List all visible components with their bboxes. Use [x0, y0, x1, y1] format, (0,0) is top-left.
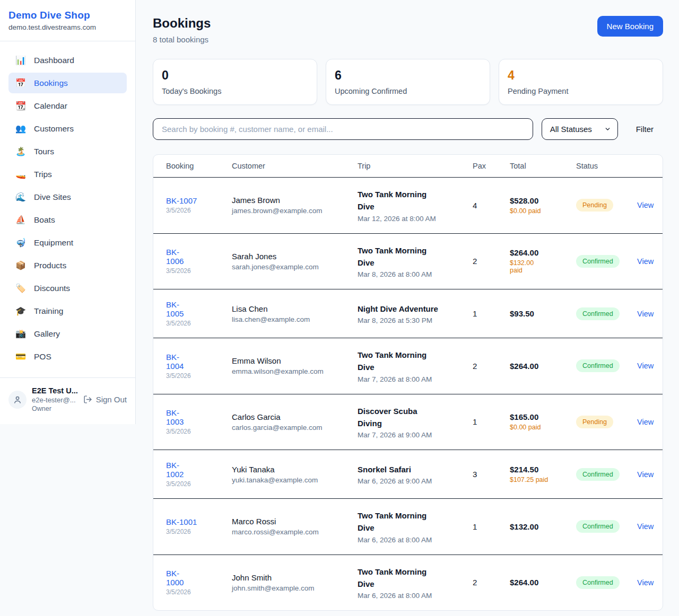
sign-out-label: Sign Out	[96, 395, 127, 404]
view-link[interactable]: View	[637, 257, 654, 266]
total-amount: $528.00	[510, 196, 563, 205]
trip-name: Two Tank Morning Dive	[358, 566, 460, 591]
search-input[interactable]	[153, 118, 533, 140]
customer-email: john.smith@example.com	[232, 584, 345, 592]
shop-name: Demo Dive Shop	[8, 10, 127, 21]
booking-id-link[interactable]: BK- 1000	[166, 569, 219, 587]
user-email: e2e-tester@...	[32, 396, 78, 404]
total-amount: $93.50	[510, 309, 563, 318]
sidebar-item-trips[interactable]: 🚤Trips	[8, 164, 127, 184]
customer-name: Marco Rossi	[232, 517, 345, 526]
customers-icon: 👥	[15, 124, 27, 134]
view-link[interactable]: View	[637, 362, 654, 370]
sidebar-item-training[interactable]: 🎓Training	[8, 301, 127, 321]
booking-date: 3/5/2026	[166, 207, 219, 214]
sidebar-item-calendar[interactable]: 📆Calendar	[8, 95, 127, 116]
page-title: Bookings	[153, 16, 211, 31]
trip-name: Two Tank Morning Dive	[358, 509, 460, 534]
trip-time: Mar 8, 2026 at 8:00 AM	[358, 270, 460, 278]
total-amount: $264.00	[510, 578, 563, 587]
view-link[interactable]: View	[637, 201, 654, 209]
pax-count: 2	[473, 578, 497, 587]
table-row: BK- 1004 3/5/2026 Emma Wilson emma.wilso…	[153, 338, 663, 394]
view-link[interactable]: View	[637, 522, 654, 531]
trip-time: Mar 12, 2026 at 8:00 AM	[358, 215, 460, 223]
status-badge: Confirmed	[576, 520, 620, 533]
sidebar-item-pos[interactable]: 💳POS	[8, 346, 127, 367]
view-link[interactable]: View	[637, 418, 654, 426]
booking-id-link[interactable]: BK- 1004	[166, 353, 219, 371]
status-select[interactable]: All Statuses	[542, 118, 618, 140]
bookings-table: BookingCustomerTripPaxTotalStatus BK-100…	[153, 155, 663, 610]
stat-value: 6	[335, 68, 481, 83]
stat-label: Pending Payment	[508, 87, 654, 95]
sidebar-item-dashboard[interactable]: 📊Dashboard	[8, 50, 127, 71]
trip-time: Mar 6, 2026 at 8:00 AM	[358, 536, 460, 544]
trip-name: Two Tank Morning Dive	[358, 244, 460, 269]
sidebar-item-bookings[interactable]: 📅Bookings	[8, 73, 127, 93]
column-header-total: Total	[503, 155, 570, 178]
customer-name: Lisa Chen	[232, 304, 345, 313]
customer-email: lisa.chen@example.com	[232, 315, 345, 323]
shop-domain: demo.test.divestreams.com	[8, 23, 127, 31]
view-link[interactable]: View	[637, 310, 654, 318]
pax-count: 4	[473, 201, 497, 210]
customer-email: carlos.garcia@example.com	[232, 424, 345, 432]
filter-button[interactable]: Filter	[626, 120, 663, 138]
sidebar-item-label: Products	[34, 261, 66, 270]
sidebar-item-customers[interactable]: 👥Customers	[8, 118, 127, 139]
status-badge: Confirmed	[576, 468, 620, 481]
sidebar-item-discounts[interactable]: 🏷️Discounts	[8, 278, 127, 298]
stat-card: 0Today's Bookings	[153, 59, 317, 105]
customer-name: James Brown	[232, 196, 345, 205]
table-row: BK-1007 3/5/2026 James Brown james.brown…	[153, 178, 663, 234]
sidebar-item-tours[interactable]: 🏝️Tours	[8, 141, 127, 162]
trip-time: Mar 7, 2026 at 8:00 AM	[358, 375, 460, 383]
customer-name: Carlos Garcia	[232, 412, 345, 421]
customer-email: yuki.tanaka@example.com	[232, 476, 345, 484]
sidebar-item-label: Calendar	[34, 101, 67, 111]
calendar-icon: 📆	[15, 101, 27, 111]
view-link[interactable]: View	[637, 470, 654, 479]
status-badge: Confirmed	[576, 255, 620, 268]
sidebar-item-label: Tours	[34, 147, 54, 156]
dive-sites-icon: 🌊	[15, 192, 27, 202]
booking-id-link[interactable]: BK-1001	[166, 517, 219, 526]
total-amount: $214.50	[510, 465, 563, 474]
paid-amount: $0.00 paid	[510, 424, 563, 431]
booking-id-link[interactable]: BK-1007	[166, 196, 219, 205]
total-amount: $264.00	[510, 248, 563, 257]
sidebar-item-gallery[interactable]: 📸Gallery	[8, 323, 127, 344]
stat-cards: 0Today's Bookings6Upcoming Confirmed4Pen…	[153, 59, 663, 105]
column-header-booking: Booking	[153, 155, 225, 178]
view-link[interactable]: View	[637, 578, 654, 587]
chevron-down-icon	[604, 126, 611, 133]
stat-value: 4	[508, 68, 654, 83]
avatar	[8, 391, 27, 409]
customer-email: sarah.jones@example.com	[232, 263, 345, 271]
booking-id-link[interactable]: BK- 1002	[166, 461, 219, 479]
total-amount: $264.00	[510, 362, 563, 371]
booking-id-link[interactable]: BK- 1006	[166, 248, 219, 266]
booking-id-link[interactable]: BK- 1003	[166, 408, 219, 426]
status-badge: Confirmed	[576, 307, 620, 320]
sidebar-item-label: POS	[34, 352, 51, 362]
sidebar-item-label: Dive Sites	[34, 192, 71, 202]
sidebar: Demo Dive Shop demo.test.divestreams.com…	[0, 0, 136, 424]
sign-out-button[interactable]: Sign Out	[83, 395, 127, 404]
trip-name: Night Dive Adventure	[358, 303, 460, 315]
sidebar-item-boats[interactable]: ⛵Boats	[8, 209, 127, 230]
main-content: Bookings 8 total bookings New Booking 0T…	[136, 0, 679, 616]
sidebar-item-products[interactable]: 📦Products	[8, 255, 127, 276]
sidebar-item-dive-sites[interactable]: 🌊Dive Sites	[8, 187, 127, 207]
stat-card: 6Upcoming Confirmed	[326, 59, 490, 105]
discounts-icon: 🏷️	[15, 283, 27, 293]
trip-time: Mar 6, 2026 at 9:00 AM	[358, 477, 460, 485]
paid-amount: $0.00 paid	[510, 207, 563, 215]
sidebar-item-equipment[interactable]: 🤿Equipment	[8, 232, 127, 253]
booking-date: 3/5/2026	[166, 528, 219, 535]
sidebar-item-label: Bookings	[34, 78, 68, 88]
customer-email: emma.wilson@example.com	[232, 367, 345, 375]
booking-id-link[interactable]: BK- 1005	[166, 300, 219, 318]
new-booking-button[interactable]: New Booking	[597, 16, 663, 37]
